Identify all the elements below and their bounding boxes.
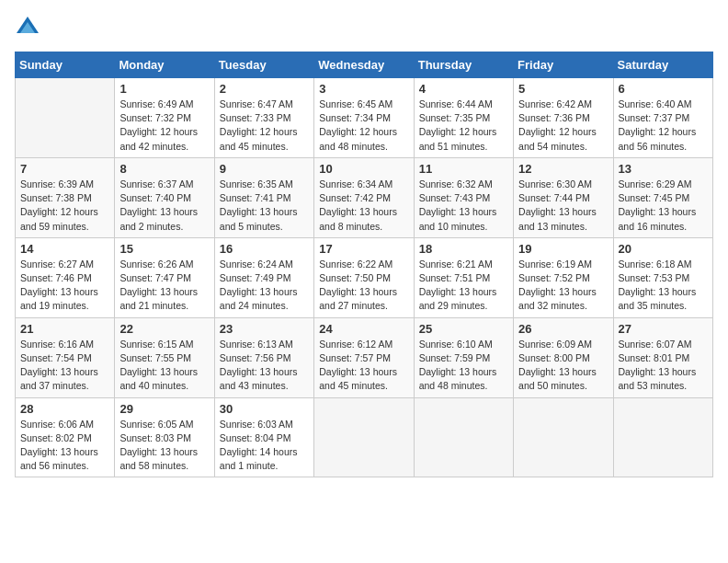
logo-icon	[15, 15, 40, 40]
day-info: Sunrise: 6:32 AMSunset: 7:43 PMDaylight:…	[419, 178, 508, 234]
day-info: Sunrise: 6:29 AMSunset: 7:45 PMDaylight:…	[619, 178, 708, 234]
day-info: Sunrise: 6:44 AMSunset: 7:35 PMDaylight:…	[419, 98, 508, 154]
logo	[15, 15, 44, 40]
day-number: 10	[319, 162, 408, 176]
calendar-cell: 11Sunrise: 6:32 AMSunset: 7:43 PMDayligh…	[414, 157, 513, 237]
calendar-week-row: 21Sunrise: 6:16 AMSunset: 7:54 PMDayligh…	[16, 317, 713, 397]
day-number: 30	[220, 402, 309, 416]
calendar-cell: 22Sunrise: 6:15 AMSunset: 7:55 PMDayligh…	[115, 317, 214, 397]
calendar-cell: 10Sunrise: 6:34 AMSunset: 7:42 PMDayligh…	[314, 157, 414, 237]
day-info: Sunrise: 6:07 AMSunset: 8:01 PMDaylight:…	[619, 338, 708, 394]
calendar-cell: 3Sunrise: 6:45 AMSunset: 7:34 PMDaylight…	[314, 78, 414, 158]
day-number: 25	[419, 322, 508, 336]
day-info: Sunrise: 6:35 AMSunset: 7:41 PMDaylight:…	[220, 178, 309, 234]
calendar-cell: 13Sunrise: 6:29 AMSunset: 7:45 PMDayligh…	[613, 157, 712, 237]
calendar-cell	[314, 397, 414, 477]
day-number: 17	[319, 242, 408, 256]
col-header-tuesday: Tuesday	[214, 52, 313, 78]
calendar-cell: 20Sunrise: 6:18 AMSunset: 7:53 PMDayligh…	[613, 237, 712, 317]
calendar-week-row: 14Sunrise: 6:27 AMSunset: 7:46 PMDayligh…	[16, 237, 713, 317]
day-info: Sunrise: 6:39 AMSunset: 7:38 PMDaylight:…	[20, 178, 109, 234]
calendar-cell: 27Sunrise: 6:07 AMSunset: 8:01 PMDayligh…	[613, 317, 712, 397]
day-number: 6	[619, 82, 708, 96]
calendar-cell: 6Sunrise: 6:40 AMSunset: 7:37 PMDaylight…	[613, 78, 712, 158]
day-info: Sunrise: 6:10 AMSunset: 7:59 PMDaylight:…	[419, 338, 508, 394]
day-number: 28	[20, 402, 109, 416]
calendar-table: SundayMondayTuesdayWednesdayThursdayFrid…	[15, 52, 713, 477]
day-info: Sunrise: 6:19 AMSunset: 7:52 PMDaylight:…	[518, 258, 608, 314]
day-number: 29	[119, 402, 209, 416]
day-number: 18	[419, 242, 508, 256]
col-header-wednesday: Wednesday	[314, 52, 414, 78]
calendar-cell: 2Sunrise: 6:47 AMSunset: 7:33 PMDaylight…	[214, 78, 313, 158]
day-number: 12	[518, 162, 608, 176]
day-info: Sunrise: 6:12 AMSunset: 7:57 PMDaylight:…	[319, 338, 408, 394]
calendar-cell: 17Sunrise: 6:22 AMSunset: 7:50 PMDayligh…	[314, 237, 414, 317]
day-number: 21	[20, 322, 109, 336]
calendar-week-row: 1Sunrise: 6:49 AMSunset: 7:32 PMDaylight…	[16, 78, 713, 158]
day-info: Sunrise: 6:47 AMSunset: 7:33 PMDaylight:…	[220, 98, 309, 154]
day-info: Sunrise: 6:30 AMSunset: 7:44 PMDaylight:…	[518, 178, 608, 234]
day-number: 20	[619, 242, 708, 256]
day-number: 13	[619, 162, 708, 176]
day-info: Sunrise: 6:42 AMSunset: 7:36 PMDaylight:…	[518, 98, 608, 154]
day-info: Sunrise: 6:05 AMSunset: 8:03 PMDaylight:…	[119, 418, 209, 474]
day-info: Sunrise: 6:37 AMSunset: 7:40 PMDaylight:…	[119, 178, 209, 234]
day-info: Sunrise: 6:49 AMSunset: 7:32 PMDaylight:…	[119, 98, 209, 154]
calendar-cell: 30Sunrise: 6:03 AMSunset: 8:04 PMDayligh…	[214, 397, 313, 477]
day-number: 3	[319, 82, 408, 96]
calendar-week-row: 7Sunrise: 6:39 AMSunset: 7:38 PMDaylight…	[16, 157, 713, 237]
day-number: 27	[619, 322, 708, 336]
col-header-saturday: Saturday	[613, 52, 712, 78]
day-number: 19	[518, 242, 608, 256]
day-info: Sunrise: 6:18 AMSunset: 7:53 PMDaylight:…	[619, 258, 708, 314]
day-info: Sunrise: 6:45 AMSunset: 7:34 PMDaylight:…	[319, 98, 408, 154]
day-info: Sunrise: 6:22 AMSunset: 7:50 PMDaylight:…	[319, 258, 408, 314]
day-info: Sunrise: 6:27 AMSunset: 7:46 PMDaylight:…	[20, 258, 109, 314]
day-info: Sunrise: 6:21 AMSunset: 7:51 PMDaylight:…	[419, 258, 508, 314]
calendar-cell	[613, 397, 712, 477]
calendar-cell: 5Sunrise: 6:42 AMSunset: 7:36 PMDaylight…	[514, 78, 613, 158]
day-info: Sunrise: 6:13 AMSunset: 7:56 PMDaylight:…	[220, 338, 309, 394]
calendar-header-row: SundayMondayTuesdayWednesdayThursdayFrid…	[16, 52, 713, 78]
day-number: 22	[119, 322, 209, 336]
calendar-cell: 24Sunrise: 6:12 AMSunset: 7:57 PMDayligh…	[314, 317, 414, 397]
page-header	[15, 15, 713, 40]
day-info: Sunrise: 6:06 AMSunset: 8:02 PMDaylight:…	[20, 418, 109, 474]
day-number: 14	[20, 242, 109, 256]
calendar-cell	[514, 397, 613, 477]
day-number: 8	[119, 162, 209, 176]
calendar-cell: 1Sunrise: 6:49 AMSunset: 7:32 PMDaylight…	[115, 78, 214, 158]
day-number: 1	[119, 82, 209, 96]
day-info: Sunrise: 6:40 AMSunset: 7:37 PMDaylight:…	[619, 98, 708, 154]
day-number: 2	[220, 82, 309, 96]
calendar-cell: 28Sunrise: 6:06 AMSunset: 8:02 PMDayligh…	[16, 397, 115, 477]
day-number: 11	[419, 162, 508, 176]
day-info: Sunrise: 6:24 AMSunset: 7:49 PMDaylight:…	[220, 258, 309, 314]
day-number: 7	[20, 162, 109, 176]
day-info: Sunrise: 6:34 AMSunset: 7:42 PMDaylight:…	[319, 178, 408, 234]
col-header-sunday: Sunday	[16, 52, 115, 78]
calendar-cell: 23Sunrise: 6:13 AMSunset: 7:56 PMDayligh…	[214, 317, 313, 397]
calendar-cell: 15Sunrise: 6:26 AMSunset: 7:47 PMDayligh…	[115, 237, 214, 317]
day-number: 23	[220, 322, 309, 336]
col-header-monday: Monday	[115, 52, 214, 78]
calendar-cell: 14Sunrise: 6:27 AMSunset: 7:46 PMDayligh…	[16, 237, 115, 317]
calendar-cell: 18Sunrise: 6:21 AMSunset: 7:51 PMDayligh…	[414, 237, 513, 317]
day-number: 16	[220, 242, 309, 256]
calendar-cell: 26Sunrise: 6:09 AMSunset: 8:00 PMDayligh…	[514, 317, 613, 397]
col-header-friday: Friday	[514, 52, 613, 78]
calendar-cell: 25Sunrise: 6:10 AMSunset: 7:59 PMDayligh…	[414, 317, 513, 397]
calendar-cell	[16, 78, 115, 158]
day-info: Sunrise: 6:26 AMSunset: 7:47 PMDaylight:…	[119, 258, 209, 314]
day-info: Sunrise: 6:09 AMSunset: 8:00 PMDaylight:…	[518, 338, 608, 394]
calendar-cell: 19Sunrise: 6:19 AMSunset: 7:52 PMDayligh…	[514, 237, 613, 317]
calendar-cell: 7Sunrise: 6:39 AMSunset: 7:38 PMDaylight…	[16, 157, 115, 237]
calendar-cell	[414, 397, 513, 477]
calendar-cell: 8Sunrise: 6:37 AMSunset: 7:40 PMDaylight…	[115, 157, 214, 237]
day-info: Sunrise: 6:16 AMSunset: 7:54 PMDaylight:…	[20, 338, 109, 394]
day-number: 24	[319, 322, 408, 336]
calendar-cell: 29Sunrise: 6:05 AMSunset: 8:03 PMDayligh…	[115, 397, 214, 477]
calendar-cell: 12Sunrise: 6:30 AMSunset: 7:44 PMDayligh…	[514, 157, 613, 237]
day-info: Sunrise: 6:03 AMSunset: 8:04 PMDaylight:…	[220, 418, 309, 474]
